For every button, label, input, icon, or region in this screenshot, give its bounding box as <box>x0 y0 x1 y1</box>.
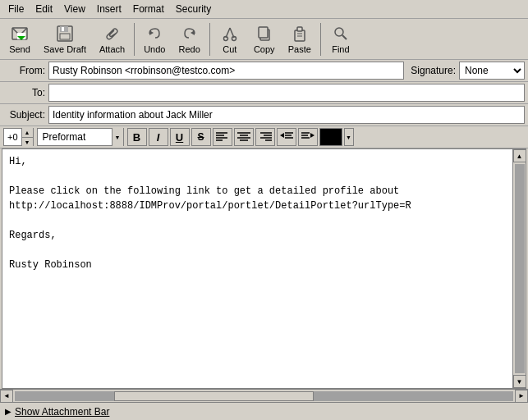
svg-rect-6 <box>62 27 64 31</box>
svg-rect-16 <box>297 27 302 31</box>
email-body[interactable]: Hi, Please click on the following link t… <box>2 149 512 388</box>
paste-label: Paste <box>288 44 311 54</box>
align-center-button[interactable] <box>234 128 254 146</box>
color-dropdown-btn[interactable]: ▼ <box>344 128 354 146</box>
underline-button[interactable]: U <box>170 128 190 146</box>
menu-view[interactable]: View <box>59 2 90 16</box>
bottom-bar: ▶ Show Attachment Bar <box>0 402 528 420</box>
cut-button[interactable]: Cut <box>213 21 246 57</box>
format-toolbar: +0 ▲ ▼ Preformat ▼ B I U S <box>0 126 528 148</box>
from-row: From: Signature: None <box>0 60 528 82</box>
indent-up-btn[interactable]: ▲ <box>21 128 33 137</box>
svg-marker-36 <box>280 133 284 138</box>
main-window: File Edit View Insert Format Security Se… <box>0 0 528 420</box>
redo-icon <box>180 24 200 43</box>
find-icon <box>331 24 351 43</box>
toolbar-sep-1 <box>134 23 135 56</box>
indent-down-btn[interactable]: ▼ <box>21 137 33 146</box>
undo-label: Undo <box>144 44 165 54</box>
menu-insert[interactable]: Insert <box>92 2 126 16</box>
indent-value: +0 <box>4 132 21 142</box>
undo-button[interactable]: Undo <box>138 21 171 57</box>
paste-button[interactable]: Paste <box>282 21 317 57</box>
svg-point-12 <box>232 37 236 41</box>
copy-icon <box>255 24 274 43</box>
svg-point-19 <box>335 28 343 36</box>
hscroll-track[interactable] <box>15 391 513 401</box>
font-select-label: Preformat <box>38 131 112 143</box>
svg-marker-7 <box>149 30 154 35</box>
subject-row: Subject: <box>0 104 528 126</box>
copy-button[interactable]: Copy <box>248 21 281 57</box>
send-button[interactable]: Send <box>3 21 36 57</box>
toolbar-sep-2 <box>209 23 210 56</box>
to-label: To: <box>3 87 48 98</box>
italic-button[interactable]: I <box>149 128 168 146</box>
redo-button[interactable]: Redo <box>172 21 205 57</box>
align-left-button[interactable] <box>213 128 232 146</box>
from-input[interactable] <box>48 62 404 80</box>
to-row: To: <box>0 82 528 104</box>
menu-bar: File Edit View Insert Format Security <box>0 0 528 19</box>
svg-marker-40 <box>310 133 315 138</box>
save-draft-button[interactable]: Save Draft <box>38 21 92 57</box>
vertical-scrollbar: ▲ ▼ <box>512 149 526 388</box>
toolbar-sep-3 <box>320 23 321 56</box>
attach-label: Attach <box>99 44 125 54</box>
signature-area: Signature: None <box>411 62 525 80</box>
cut-icon <box>220 24 240 43</box>
email-area: Hi, Please click on the following link t… <box>2 148 526 389</box>
scroll-up-btn[interactable]: ▲ <box>513 149 526 162</box>
save-draft-icon <box>55 24 75 43</box>
redo-label: Redo <box>178 44 200 54</box>
signature-select[interactable]: None <box>459 62 525 80</box>
hscroll-container: ◄ ► <box>0 389 528 402</box>
from-label: From: <box>3 65 48 76</box>
bold-button[interactable]: B <box>127 128 147 146</box>
send-icon <box>10 24 30 43</box>
scroll-down-btn[interactable]: ▼ <box>513 375 526 388</box>
scroll-left-btn[interactable]: ◄ <box>0 390 13 403</box>
menu-format[interactable]: Format <box>128 2 169 16</box>
subject-input[interactable] <box>48 106 525 124</box>
align-right-button[interactable] <box>255 128 275 146</box>
find-label: Find <box>332 44 349 54</box>
menu-edit[interactable]: Edit <box>30 2 57 16</box>
strikethrough-button[interactable]: S <box>191 128 211 146</box>
color-button[interactable] <box>319 128 342 146</box>
scroll-track-v[interactable] <box>515 164 525 373</box>
copy-label: Copy <box>254 44 275 54</box>
svg-line-20 <box>342 35 347 39</box>
svg-marker-8 <box>191 30 195 35</box>
hscroll-thumb[interactable] <box>114 391 314 401</box>
find-button[interactable]: Find <box>324 21 357 57</box>
undo-icon <box>145 24 164 43</box>
cut-label: Cut <box>223 44 236 54</box>
indent-button[interactable] <box>298 128 318 146</box>
svg-rect-5 <box>60 34 70 39</box>
signature-label: Signature: <box>411 65 456 76</box>
paste-icon <box>290 24 310 43</box>
svg-point-11 <box>223 37 227 41</box>
save-draft-label: Save Draft <box>44 44 86 54</box>
outdent-button[interactable] <box>277 128 296 146</box>
toolbar: Send Save Draft Attach <box>0 19 528 60</box>
subject-label: Subject: <box>3 109 48 121</box>
attach-button[interactable]: Attach <box>94 21 131 57</box>
menu-security[interactable]: Security <box>171 2 216 16</box>
scroll-right-btn[interactable]: ► <box>515 390 528 403</box>
font-dropdown-btn[interactable]: ▼ <box>112 128 123 146</box>
send-label: Send <box>9 44 30 54</box>
to-input[interactable] <box>48 84 525 102</box>
triangle-icon: ▶ <box>5 407 11 416</box>
attach-icon <box>103 24 122 43</box>
svg-rect-14 <box>259 27 268 38</box>
attachment-bar-toggle[interactable]: Show Attachment Bar <box>15 406 109 418</box>
menu-file[interactable]: File <box>3 2 29 16</box>
